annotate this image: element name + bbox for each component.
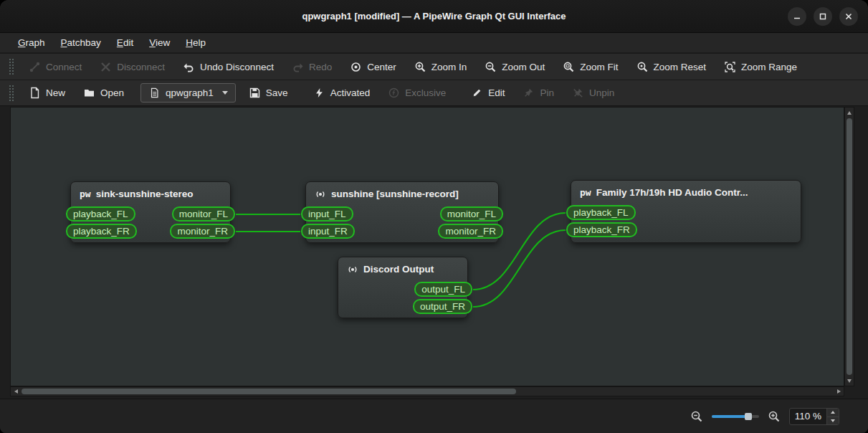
zoom-fit-icon xyxy=(563,61,575,73)
zoom-range-label: Zoom Range xyxy=(741,62,797,72)
open-patchbay-button[interactable]: Open xyxy=(76,83,131,103)
port-playback-fr[interactable]: playback_FR xyxy=(566,222,637,237)
pin-label: Pin xyxy=(540,87,554,98)
maximize-button[interactable] xyxy=(814,7,832,26)
undo-icon xyxy=(183,61,195,73)
disconnect-button[interactable]: Disconnect xyxy=(92,57,172,77)
zoom-range-icon xyxy=(724,61,736,73)
unpin-label: Unpin xyxy=(589,87,614,98)
chevron-down-icon xyxy=(222,91,228,95)
zoom-fit-label: Zoom Fit xyxy=(580,62,618,72)
new-patchbay-button[interactable]: New xyxy=(22,83,72,103)
center-button[interactable]: Center xyxy=(343,57,404,77)
zoom-out-button[interactable]: Zoom Out xyxy=(477,57,552,77)
zoom-out-icon[interactable] xyxy=(690,410,703,423)
pin-button[interactable]: Pin xyxy=(515,83,561,103)
horizontal-scrollbar[interactable] xyxy=(10,386,844,396)
menu-view[interactable]: View xyxy=(141,34,178,52)
port-input-fl[interactable]: input_FL xyxy=(301,206,353,222)
node-title-text: sunshine [sunshine-record] xyxy=(331,189,459,199)
toolbar-grip[interactable] xyxy=(9,58,14,75)
exclusive-toggle[interactable]: Exclusive xyxy=(381,83,453,103)
toolbar-grip[interactable] xyxy=(9,85,14,102)
node-title: sunshine [sunshine-record] xyxy=(306,182,498,206)
zoom-reset-button[interactable]: Zoom Reset xyxy=(629,57,714,77)
zoom-in-icon xyxy=(414,61,426,73)
activated-toggle[interactable]: Activated xyxy=(306,83,378,103)
minimize-button[interactable] xyxy=(788,7,806,26)
zoom-spinbox[interactable]: 110 % xyxy=(789,408,839,425)
zoom-slider[interactable] xyxy=(712,411,759,422)
connect-button[interactable]: Connect xyxy=(22,57,89,77)
graph-canvas[interactable]: pw sink-sunshine-stereo playback_FL moni… xyxy=(10,107,844,386)
port-playback-fl[interactable]: playback_FL xyxy=(566,205,636,220)
zoom-spinbox-arrows xyxy=(826,409,839,424)
edit-label: Edit xyxy=(488,87,505,98)
statusbar: 110 % xyxy=(0,399,868,433)
close-button[interactable] xyxy=(839,7,858,26)
scroll-down-arrow[interactable] xyxy=(845,376,854,385)
menu-patchbay[interactable]: Patchbay xyxy=(53,34,109,52)
zoom-value[interactable]: 110 % xyxy=(790,411,826,422)
save-patchbay-button[interactable]: Save xyxy=(242,83,295,103)
zoom-spin-up-button[interactable] xyxy=(827,409,839,417)
port-output-fr[interactable]: output_FR xyxy=(413,299,472,314)
activated-label: Activated xyxy=(330,87,371,98)
zoom-in-button[interactable]: Zoom In xyxy=(407,57,474,77)
port-monitor-fl[interactable]: monitor_FL xyxy=(172,206,235,222)
port-monitor-fr[interactable]: monitor_FR xyxy=(170,224,235,239)
open-label: Open xyxy=(100,87,124,98)
scroll-left-arrow[interactable] xyxy=(11,387,20,396)
node-title: Discord Output xyxy=(338,257,467,282)
window-title: qpwgraph1 [modified] — A PipeWire Graph … xyxy=(302,11,566,22)
patchbay-toolbar: New Open qpwgraph1 Save Act xyxy=(0,80,868,106)
connections-layer xyxy=(11,108,844,386)
unpin-button[interactable]: Unpin xyxy=(565,83,621,103)
titlebar[interactable]: qpwgraph1 [modified] — A PipeWire Graph … xyxy=(0,0,868,33)
redo-icon xyxy=(292,61,304,73)
patchbay-select-dropdown[interactable]: qpwgraph1 xyxy=(140,83,236,103)
scroll-right-arrow[interactable] xyxy=(834,387,843,396)
port-output-fl[interactable]: output_FL xyxy=(414,282,472,297)
vertical-scrollbar[interactable] xyxy=(844,107,854,386)
scroll-up-arrow[interactable] xyxy=(845,108,854,117)
menu-graph[interactable]: Graph xyxy=(10,34,53,52)
node-sunshine-record[interactable]: sunshine [sunshine-record] input_FL moni… xyxy=(305,181,499,243)
node-discord-output[interactable]: Discord Output output_FL output_FR xyxy=(338,257,468,318)
center-label: Center xyxy=(367,62,396,72)
zoom-spin-down-button[interactable] xyxy=(827,417,839,424)
node-title-text: sink-sunshine-stereo xyxy=(96,189,194,199)
vertical-scrollbar-thumb[interactable] xyxy=(846,118,852,375)
new-file-icon xyxy=(29,87,41,99)
zoom-in-icon[interactable] xyxy=(768,410,781,423)
zoom-fit-button[interactable]: Zoom Fit xyxy=(555,57,625,77)
redo-button[interactable]: Redo xyxy=(285,57,339,77)
unpin-icon xyxy=(572,87,584,99)
undo-disconnect-button[interactable]: Undo Disconnect xyxy=(176,57,281,77)
pipewire-icon: pw xyxy=(80,189,91,200)
zoom-in-label: Zoom In xyxy=(431,62,467,72)
port-playback-fr[interactable]: playback_FR xyxy=(66,224,137,239)
pin-icon xyxy=(523,87,535,99)
port-input-fr[interactable]: input_FR xyxy=(301,224,355,239)
menu-help[interactable]: Help xyxy=(178,34,214,52)
zoom-slider-thumb[interactable] xyxy=(745,413,752,420)
patchbay-file-icon xyxy=(148,87,161,99)
port-monitor-fl[interactable]: monitor_FL xyxy=(440,206,503,222)
port-monitor-fr[interactable]: monitor_FR xyxy=(438,224,503,239)
stream-icon xyxy=(347,264,358,275)
node-family-hd-audio[interactable]: pw Family 17h/19h HD Audio Contr... play… xyxy=(571,180,801,243)
zoom-out-icon xyxy=(485,61,497,73)
node-title-text: Discord Output xyxy=(363,264,434,275)
minimize-icon xyxy=(793,12,801,21)
horizontal-scrollbar-thumb[interactable] xyxy=(22,389,516,394)
node-title: pw Family 17h/19h HD Audio Contr... xyxy=(571,181,801,205)
menu-edit[interactable]: Edit xyxy=(109,34,141,52)
connect-label: Connect xyxy=(46,62,82,72)
exclusive-label: Exclusive xyxy=(405,87,446,98)
node-sink-sunshine-stereo[interactable]: pw sink-sunshine-stereo playback_FL moni… xyxy=(70,181,231,243)
menubar: Graph Patchbay Edit View Help xyxy=(0,33,868,53)
edit-patchbay-button[interactable]: Edit xyxy=(464,83,512,103)
zoom-range-button[interactable]: Zoom Range xyxy=(717,57,804,77)
port-playback-fl[interactable]: playback_FL xyxy=(66,206,135,222)
